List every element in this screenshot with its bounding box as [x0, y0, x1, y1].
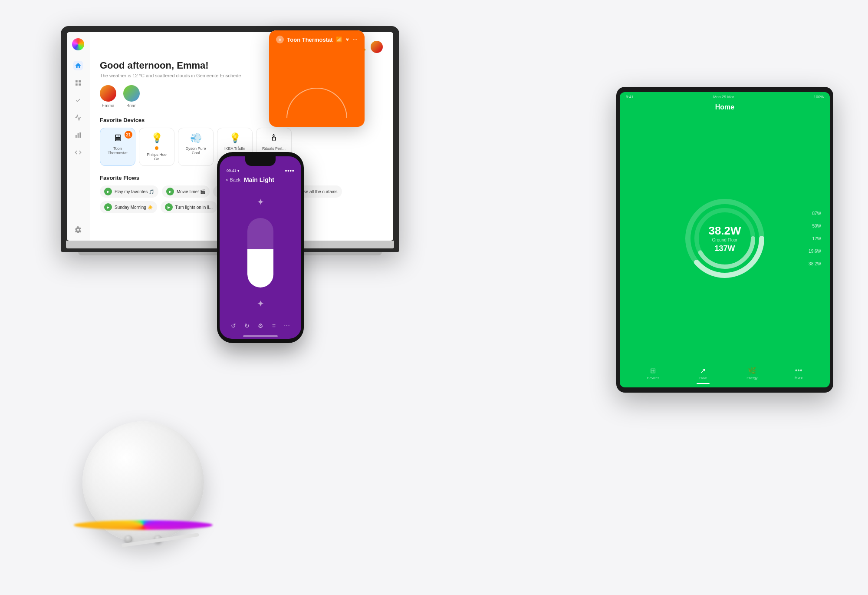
device-card-hue[interactable]: 💡 Philips Hue Go: [139, 128, 174, 166]
thermostat-popup: ✕ Toon Thermostat 📶 ♥ ⋯: [269, 30, 365, 127]
tab-devices-label: Devices: [647, 376, 659, 380]
phone-ctrl-5[interactable]: ⋯: [284, 322, 290, 329]
sidebar-item-flows[interactable]: [73, 96, 83, 105]
flow-play-icon-2: ▶: [166, 188, 174, 195]
energy-main-value: 38.2W: [708, 224, 741, 237]
thermostat-dial: [286, 88, 347, 118]
tab-more-label: More: [795, 376, 802, 380]
tab-more-icon: •••: [795, 367, 802, 374]
svg-rect-2: [76, 83, 78, 86]
device-icon-hue: 💡: [151, 132, 163, 144]
user-name-brian: Brian: [126, 103, 136, 108]
thermostat-title: Toon Thermostat: [287, 36, 332, 43]
tab-devices[interactable]: ⊞ Devices: [647, 367, 659, 384]
device-name-toon: Toon Thermostat: [105, 146, 131, 155]
user-name-emma: Emma: [102, 103, 115, 108]
thermostat-menu-icon: ⋯: [352, 36, 358, 43]
sidebar-item-dev[interactable]: [73, 148, 83, 157]
homey-logo-icon: [72, 38, 84, 50]
phone-ctrl-4[interactable]: ≡: [272, 322, 276, 329]
tablet-battery: 100%: [814, 95, 824, 99]
energy-ring: 38.2W Ground Floor 137W: [681, 195, 768, 282]
device-icon-toon: 🖥: [113, 132, 122, 144]
user-avatar-brian: [123, 85, 140, 102]
tab-active-indicator: [697, 383, 710, 384]
phone-time: 09:41 ▾: [227, 169, 240, 173]
flow-label-7: Turn lights on in li...: [175, 205, 213, 210]
tab-more[interactable]: ••• More: [795, 367, 802, 384]
thermostat-close-button[interactable]: ✕: [276, 36, 284, 43]
svg-rect-6: [79, 132, 81, 138]
user-avatar[interactable]: [371, 41, 383, 53]
device-name-hue: Philips Hue Go: [144, 152, 170, 161]
reading-4: 19.6W: [809, 248, 821, 253]
light-dim-icon: ✦: [257, 298, 264, 309]
phone-controls-bar: ↺ ↻ ⚙ ≡ ⋯: [220, 319, 301, 333]
flow-play-icon-7: ▶: [165, 203, 173, 211]
phone-ctrl-1[interactable]: ↺: [231, 322, 236, 329]
user-emma[interactable]: Emma: [100, 85, 116, 108]
tablet: 9:41 Mon 29 Mar 100% Home: [616, 87, 833, 393]
flow-label-2: Movie time! 🎬: [177, 189, 205, 194]
phone-header: < Back Main Light: [220, 175, 301, 187]
phone-ctrl-2[interactable]: ↻: [244, 322, 250, 329]
phone-ctrl-3[interactable]: ⚙: [258, 322, 263, 329]
device-icon-rituals: 🕯: [269, 132, 279, 144]
device-card-toon[interactable]: 21 🖥 Toon Thermostat: [100, 128, 135, 166]
tab-energy[interactable]: 🌿 Energy: [746, 367, 757, 384]
sidebar-item-energy[interactable]: [73, 113, 83, 122]
svg-rect-0: [76, 80, 78, 83]
flow-chip-6[interactable]: ▶ Sunday Morning ☀️: [100, 201, 157, 213]
thermostat-actions: 📶 ♥ ⋯: [336, 36, 358, 43]
laptop-sidebar: [67, 32, 89, 241]
tablet-time: 9:41: [626, 95, 634, 99]
tablet-navbar: ⊞ Devices ↗ Flow 🌿 Energy ••• More: [620, 362, 830, 387]
tab-energy-icon: 🌿: [748, 367, 756, 375]
device-icon-dyson: 💨: [190, 132, 202, 144]
device-badge-toon: 21: [125, 131, 132, 139]
phone-light-control: ✦ ✦: [220, 187, 301, 319]
flow-label-6: Sunday Morning ☀️: [115, 205, 153, 210]
sphere-foot-left: [125, 535, 132, 543]
device-name-ikea: IKEA Trådfri: [224, 146, 245, 151]
tablet-date: Mon 29 Mar: [713, 95, 734, 99]
user-brian[interactable]: Brian: [123, 85, 140, 108]
reading-3: 12W: [809, 236, 821, 241]
reading-2: 50W: [809, 223, 821, 228]
light-brightness-slider[interactable]: [247, 218, 273, 288]
sidebar-item-apps[interactable]: [73, 78, 83, 88]
tab-flow-icon: ↗: [700, 367, 706, 375]
thermostat-header: ✕ Toon Thermostat 📶 ♥ ⋯: [269, 30, 365, 49]
sphere-rgb-ring: [74, 520, 213, 530]
dial-ticks: [291, 93, 343, 119]
tab-flow[interactable]: ↗ Flow: [697, 367, 710, 384]
device-name-dyson: Dyson Pure Cool: [183, 146, 209, 155]
svg-rect-1: [79, 80, 81, 83]
phone-notch: [245, 156, 276, 166]
energy-center-display: 38.2W Ground Floor 137W: [708, 224, 741, 253]
tab-flow-label: Flow: [699, 376, 707, 380]
phone: 09:41 ▾ ●●●● < Back Main Light ✦ ✦ ↺ ↻ ⚙…: [217, 152, 304, 343]
thermostat-wifi-icon: 📶: [336, 36, 342, 43]
flow-chip-2[interactable]: ▶ Movie time! 🎬: [162, 185, 210, 198]
phone-home-bar: [243, 335, 278, 337]
device-card-dyson[interactable]: 💨 Dyson Pure Cool: [178, 128, 214, 166]
reading-1: 87W: [809, 211, 821, 215]
svg-rect-5: [77, 133, 79, 138]
flow-chip-1[interactable]: ▶ Play my favorites 🎵: [100, 185, 158, 198]
sidebar-item-home[interactable]: [73, 61, 83, 70]
device-icon-ikea: 💡: [229, 132, 241, 144]
device-status-hue: [155, 146, 158, 150]
flow-label-1: Play my favorites 🎵: [115, 189, 154, 194]
tablet-screen: 9:41 Mon 29 Mar 100% Home: [620, 92, 830, 387]
homey-sphere: [69, 413, 217, 560]
sidebar-item-settings[interactable]: [73, 225, 83, 235]
tablet-readings: 87W 50W 12W 19.6W 38.2W: [809, 211, 821, 266]
phone-signal: ●●●●: [285, 169, 294, 173]
tablet-home-header: Home: [620, 100, 830, 115]
phone-back-button[interactable]: < Back: [226, 177, 240, 182]
thermostat-body: [269, 49, 365, 127]
sidebar-item-stats[interactable]: [73, 130, 83, 140]
tab-energy-label: Energy: [746, 376, 757, 380]
flow-chip-7[interactable]: ▶ Turn lights on in li...: [161, 201, 217, 213]
